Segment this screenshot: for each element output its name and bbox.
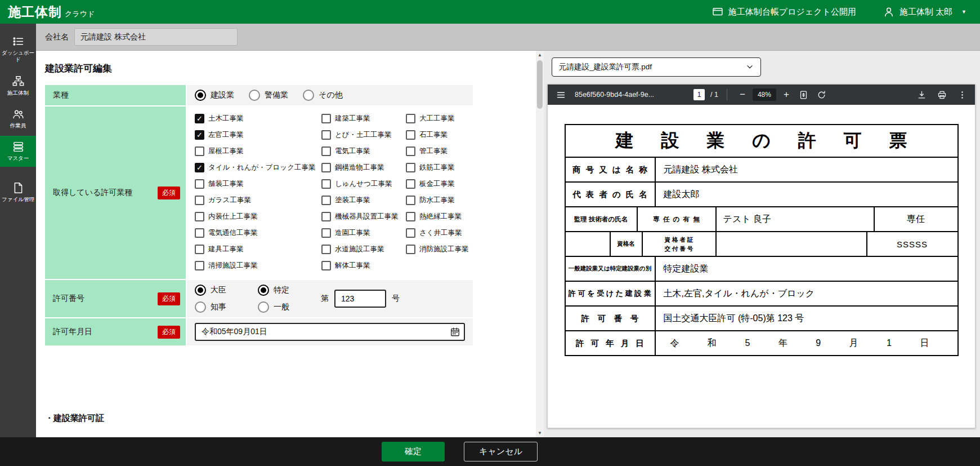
user-menu[interactable]: 施工体制 太郎 ▼ — [883, 6, 966, 17]
checkbox-label: とび・土工工事業 — [335, 130, 392, 140]
license-checkbox[interactable]: 消防施設工事業 — [406, 244, 485, 254]
license-checkbox[interactable]: ガラス工事業 — [195, 195, 321, 205]
license-checkbox[interactable]: 清掃施設工事業 — [195, 260, 321, 270]
permit-number-content: 大臣 知事 — [187, 280, 473, 317]
license-checkbox[interactable]: 建具工事業 — [195, 244, 321, 254]
sheet-row-qualification: 資格名 資 格 者 証 交 付 番 号 SSSSS — [566, 231, 957, 256]
license-checkbox[interactable]: 機械器具設置工事業 — [321, 211, 406, 221]
pdf-file-select[interactable]: 元請建設_建設業許可票.pdf — [552, 57, 761, 77]
industry-radio-option[interactable]: 警備業 — [249, 90, 288, 101]
license-checkbox[interactable]: 左官工事業 — [195, 130, 321, 140]
sheet-value: 建設太郎 — [656, 183, 957, 206]
form-row-licenses: 取得している許可業種 必須 土木工事業 — [45, 106, 473, 279]
checkbox-icon — [406, 228, 415, 238]
license-checkbox[interactable]: 鉄筋工事業 — [406, 162, 485, 172]
more-options-icon[interactable] — [955, 87, 969, 102]
row-label-text: 取得している許可業種 — [53, 188, 132, 198]
app-logo[interactable]: 施工体制 クラウド — [8, 3, 95, 21]
sheet-empty-cell — [717, 232, 867, 256]
calendar-icon[interactable] — [450, 327, 460, 337]
license-checkbox[interactable]: とび・土工工事業 — [321, 130, 406, 140]
license-checkbox[interactable]: 電気工事業 — [321, 146, 406, 156]
radio-label: 大臣 — [211, 285, 226, 295]
sidebar-divider — [0, 169, 36, 177]
license-checkbox[interactable]: 造園工事業 — [321, 228, 406, 238]
zoom-in-button[interactable]: + — [780, 88, 793, 101]
cancel-button[interactable]: キャンセル — [464, 442, 538, 461]
license-checkbox[interactable]: 熱絶縁工事業 — [406, 211, 485, 221]
company-name-input[interactable] — [74, 28, 238, 46]
license-checkbox[interactable]: 石工事業 — [406, 130, 485, 140]
type-radio-option[interactable]: 一般 — [258, 301, 289, 313]
form-row-permit-date: 許可年月日 必須 — [45, 318, 473, 345]
app-root: 施工体制 クラウド 施工体制台帳プロジェクト公開用 施工体制 太郎 ▼ ダッシュ… — [0, 0, 980, 466]
checkbox-icon — [321, 245, 331, 254]
checkbox-label: 舗装工事業 — [208, 179, 244, 189]
permit-date-input[interactable] — [195, 323, 465, 341]
print-icon[interactable] — [934, 87, 949, 102]
sheet-label: 資 格 者 証 交 付 番 号 — [643, 232, 717, 256]
checkbox-icon — [195, 114, 204, 123]
permit-number-input[interactable] — [334, 290, 386, 308]
zoom-level: 48% — [753, 88, 776, 101]
license-checkbox[interactable]: しゅんせつ工事業 — [321, 179, 406, 189]
permit-number-suffix: 号 — [392, 294, 400, 304]
project-selector[interactable]: 施工体制台帳プロジェクト公開用 — [712, 6, 856, 17]
industry-radio-option[interactable]: 建設業 — [195, 90, 234, 101]
dashboard-icon — [12, 35, 24, 47]
minister-radio-option[interactable]: 大臣 — [195, 285, 226, 296]
license-checkbox[interactable]: 防水工事業 — [406, 195, 485, 205]
company-name-label: 会社名 — [45, 32, 69, 42]
radio-icon — [195, 90, 206, 101]
page-number-input[interactable]: 1 — [693, 89, 705, 100]
menu-icon[interactable] — [553, 87, 568, 102]
license-checkbox[interactable]: 板金工事業 — [406, 179, 485, 189]
radio-icon — [195, 285, 206, 296]
sidebar: ダッシュボード 施工体制 作業員 マスター ファイル管理 — [0, 24, 36, 437]
licenses-checkbox-grid: 土木工事業 左官工事業 屋根工事業 — [187, 106, 489, 279]
license-checkbox[interactable]: 塗装工事業 — [321, 195, 406, 205]
sidebar-item-label: マスター — [7, 155, 29, 162]
license-checkbox[interactable]: 舗装工事業 — [195, 179, 321, 189]
scrollbar-up-arrow[interactable]: ▲ — [536, 51, 544, 59]
scrollbar-down-arrow[interactable]: ▼ — [536, 429, 544, 437]
permit-sheet: 建 設 業 の 許 可 票 商 号 又 は 名 称 元請建設 株式会社 代 表 … — [565, 124, 959, 356]
checkbox-label: 清掃施設工事業 — [208, 261, 258, 270]
scrollbar-thumb[interactable] — [537, 60, 543, 109]
license-checkbox[interactable]: 大工工事業 — [406, 113, 485, 123]
license-checkbox[interactable]: 水道施設工事業 — [321, 244, 406, 254]
minister-radio-option[interactable]: 知事 — [195, 301, 226, 313]
license-checkbox[interactable]: 電気通信工事業 — [195, 228, 321, 238]
license-checkbox[interactable]: 解体工事業 — [321, 260, 406, 270]
master-layers-icon — [12, 141, 24, 153]
sidebar-item-label: ファイル管理 — [2, 196, 34, 203]
license-checkbox[interactable]: 内装仕上工事業 — [195, 211, 321, 221]
form-scrollbar[interactable]: ▲ ▼ — [536, 51, 544, 437]
checkbox-label: 大工工事業 — [419, 114, 455, 123]
license-checkbox[interactable]: タイル・れんが・ブロック工事業 — [195, 162, 321, 172]
sidebar-item-workers[interactable]: 作業員 — [0, 103, 36, 134]
industry-radio-option[interactable]: その他 — [303, 90, 343, 101]
license-checkbox[interactable]: 管工事業 — [406, 146, 485, 156]
radio-label: 警備業 — [265, 90, 288, 100]
checkbox-label: 機械器具設置工事業 — [335, 212, 399, 221]
zoom-out-button[interactable]: − — [736, 88, 749, 101]
rotate-icon[interactable] — [815, 87, 829, 102]
license-checkbox[interactable]: さく井工事業 — [406, 228, 485, 238]
license-checkbox[interactable]: 鋼構造物工事業 — [321, 162, 406, 172]
type-radio-option[interactable]: 特定 — [258, 285, 289, 296]
download-icon[interactable] — [914, 87, 929, 102]
sheet-row-licensed-trades: 許 可 を 受 け た 建 設 業 土木,左官,タイル・れんが・ブロック — [566, 281, 957, 305]
license-checkbox[interactable]: 土木工事業 — [195, 113, 321, 123]
sidebar-item-files[interactable]: ファイル管理 — [0, 177, 36, 207]
sidebar-item-organization[interactable]: 施工体制 — [0, 70, 36, 101]
sidebar-item-dashboard[interactable]: ダッシュボード — [0, 30, 36, 68]
industry-row-label: 業種 — [45, 85, 186, 105]
license-checkbox[interactable]: 屋根工事業 — [195, 146, 321, 156]
sidebar-item-master[interactable]: マスター — [0, 136, 36, 166]
confirm-button[interactable]: 確定 — [382, 442, 445, 461]
permit-edit-form: 建設業許可編集 業種 建設業 — [36, 51, 536, 437]
license-checkbox[interactable]: 建築工事業 — [321, 113, 406, 123]
sheet-row-class: 一般建設業又は特定建設業の別 特定建設業 — [566, 256, 957, 281]
fit-page-icon[interactable] — [796, 87, 811, 102]
